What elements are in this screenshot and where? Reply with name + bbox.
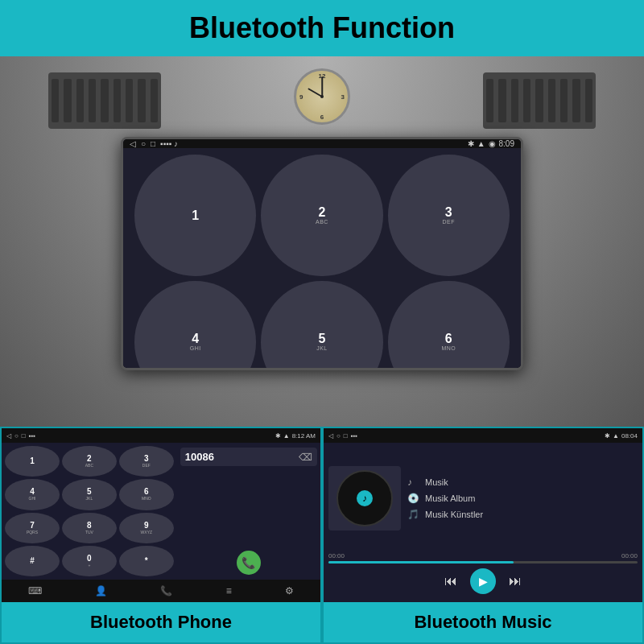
music-screen: ◁ ○ □ ▪▪▪ ✱ ▲ 08:04 ♪ xyxy=(324,428,642,602)
small-dial-key-2[interactable]: 2ABC xyxy=(62,446,117,477)
small-dial-key-*[interactable]: * xyxy=(119,546,174,576)
small-dialer-grid: 12ABC3DEF4GHI5JKL6MNO7PQRS8TUV9WXYZ#0+* xyxy=(5,446,174,576)
music-recents-icon[interactable]: □ xyxy=(344,432,348,440)
small-dial-key-8[interactable]: 8TUV xyxy=(62,513,117,543)
car-dashboard: 12 3 6 9 ◁ ○ □ ▪▪▪▪ ♪ ✱ ▲ ◉ xyxy=(0,56,644,427)
small-dial-key-1[interactable]: 1 xyxy=(5,446,60,477)
main-head-unit: ◁ ○ □ ▪▪▪▪ ♪ ✱ ▲ ◉ 8:09 12ABC3DEF4GHI5JK… xyxy=(121,137,523,370)
phone-bottom-nav: ⌨ 👤 📞 ≡ ⚙ xyxy=(2,580,320,602)
dial-key-3[interactable]: 3DEF xyxy=(388,155,510,276)
music-content: ♪ ♪ Musik 💿 Musik Album xyxy=(324,443,642,602)
status-icons: ▪▪▪▪ ♪ xyxy=(160,139,178,148)
small-dial-key-6[interactable]: 6MNO xyxy=(119,479,174,510)
phone-dialpad-icon[interactable]: ⌨ xyxy=(28,585,42,597)
music-time: 08:04 xyxy=(621,432,638,440)
music-controls: ⏮ ▶ ⏭ xyxy=(328,565,638,597)
phone-contacts-icon[interactable]: 👤 xyxy=(95,585,107,597)
dial-key-2[interactable]: 2ABC xyxy=(261,155,382,276)
main-dialer: 12ABC3DEF4GHI5JKL6MNO7PQRS8TUV9WXYZ#0+*📞 xyxy=(123,148,521,370)
time-total: 00:00 xyxy=(621,552,638,559)
dial-key-6[interactable]: 6MNO xyxy=(388,281,510,370)
left-air-vent xyxy=(48,72,161,129)
backspace-button[interactable]: ⌫ xyxy=(299,452,312,463)
phone-label-text: Bluetooth Phone xyxy=(90,612,232,633)
time-current: 00:00 xyxy=(328,552,345,559)
small-dial-key-5[interactable]: 5JKL xyxy=(62,479,117,510)
next-button[interactable]: ⏭ xyxy=(509,574,522,588)
phone-settings-icon[interactable]: ⚙ xyxy=(285,585,294,597)
page-title: Bluetooth Function xyxy=(189,11,455,45)
small-dial-key-0[interactable]: 0+ xyxy=(62,546,117,576)
vinyl-center: ♪ xyxy=(357,490,373,506)
track-name: Musik xyxy=(425,477,448,487)
music-label-text: Bluetooth Music xyxy=(414,612,551,633)
android-main-screen: ◁ ○ □ ▪▪▪▪ ♪ ✱ ▲ ◉ 8:09 12ABC3DEF4GHI5JK… xyxy=(123,139,521,368)
phone-panel-label: Bluetooth Phone xyxy=(2,602,320,642)
music-bluetooth-icon: ✱ xyxy=(605,432,610,440)
phone-recents-icon[interactable]: □ xyxy=(22,432,26,440)
album-name: Musik Album xyxy=(425,493,475,503)
dialer-display: 10086 ⌫ xyxy=(180,448,317,466)
note-icon: ♪ xyxy=(407,477,420,488)
phone-recents2-icon[interactable]: 📞 xyxy=(160,585,172,597)
small-dial-key-7[interactable]: 7PQRS xyxy=(5,513,60,543)
recents-nav-icon[interactable]: □ xyxy=(151,139,155,148)
play-button[interactable]: ▶ xyxy=(470,568,496,594)
dialed-number: 10086 xyxy=(185,451,214,463)
main-dialer-grid: 12ABC3DEF4GHI5JKL6MNO7PQRS8TUV9WXYZ#0+*📞 xyxy=(123,148,521,370)
clock-time: 8:09 xyxy=(499,139,514,148)
progress-bar-background[interactable] xyxy=(328,561,638,564)
music-back-icon[interactable]: ◁ xyxy=(328,432,333,440)
music-home-icon[interactable]: ○ xyxy=(336,432,341,440)
track-info: ♪ Musik 💿 Musik Album 🎵 Musik Künstler xyxy=(407,477,638,520)
bottom-panels: ◁ ○ □ ▪▪▪ ✱ ▲ 8:12 AM 12ABC3DEF4GHI5JKL6… xyxy=(0,427,644,644)
music-status-bar: ◁ ○ □ ▪▪▪ ✱ ▲ 08:04 xyxy=(324,428,642,443)
wifi-icon: ▲ xyxy=(477,139,485,148)
phone-bluetooth-icon: ✱ xyxy=(275,432,281,440)
small-dial-key-#[interactable]: # xyxy=(5,546,60,576)
album-art: ♪ xyxy=(328,466,401,530)
bluetooth-icon: ✱ xyxy=(468,139,474,148)
previous-button[interactable]: ⏮ xyxy=(444,574,457,588)
progress-bar-fill xyxy=(328,561,514,564)
small-dial-key-4[interactable]: 4GHI xyxy=(5,479,60,510)
phone-time: 8:12 AM xyxy=(292,432,316,440)
music-panel-label: Bluetooth Music xyxy=(324,602,642,642)
phone-favorites-icon[interactable]: ≡ xyxy=(226,585,232,597)
dial-key-1[interactable]: 1 xyxy=(134,155,256,276)
album-icon: 💿 xyxy=(407,493,420,504)
phone-status-bar: ◁ ○ □ ▪▪▪ ✱ ▲ 8:12 AM xyxy=(2,428,320,443)
bluetooth-phone-panel: ◁ ○ □ ▪▪▪ ✱ ▲ 8:12 AM 12ABC3DEF4GHI5JKL6… xyxy=(0,427,322,644)
music-wifi-icon: ▲ xyxy=(613,432,619,440)
small-call-button[interactable]: 📞 xyxy=(237,551,261,575)
phone-wifi-icon: ▲ xyxy=(283,432,290,440)
music-main: ♪ ♪ Musik 💿 Musik Album xyxy=(328,448,638,549)
home-nav-icon[interactable]: ○ xyxy=(141,139,146,148)
bluetooth-music-panel: ◁ ○ □ ▪▪▪ ✱ ▲ 08:04 ♪ xyxy=(322,427,644,644)
back-nav-icon[interactable]: ◁ xyxy=(130,139,136,148)
analog-clock: 12 3 6 9 xyxy=(294,68,350,125)
location-icon: ◉ xyxy=(489,139,496,148)
vinyl-record: ♪ xyxy=(336,470,393,526)
small-dialer-left: 12ABC3DEF4GHI5JKL6MNO7PQRS8TUV9WXYZ#0+* xyxy=(2,443,177,580)
artist-name: Musik Künstler xyxy=(425,510,483,519)
small-dialer-content: 12ABC3DEF4GHI5JKL6MNO7PQRS8TUV9WXYZ#0+* … xyxy=(2,443,320,580)
artist-icon: 🎵 xyxy=(407,509,420,520)
small-dial-key-9[interactable]: 9WXYZ xyxy=(119,513,174,543)
dial-key-4[interactable]: 4GHI xyxy=(134,281,256,370)
small-dialer-right: 10086 ⌫ 📞 xyxy=(177,443,320,580)
dial-key-5[interactable]: 5JKL xyxy=(261,281,382,370)
phone-home-icon[interactable]: ○ xyxy=(14,432,19,440)
header-section: Bluetooth Function xyxy=(0,0,644,56)
music-progress: 00:00 00:00 xyxy=(328,552,638,565)
phone-screen: ◁ ○ □ ▪▪▪ ✱ ▲ 8:12 AM 12ABC3DEF4GHI5JKL6… xyxy=(2,428,320,602)
right-air-vent xyxy=(483,72,596,129)
phone-back-icon[interactable]: ◁ xyxy=(6,432,11,440)
status-bar: ◁ ○ □ ▪▪▪▪ ♪ ✱ ▲ ◉ 8:09 xyxy=(123,139,521,148)
small-dial-key-3[interactable]: 3DEF xyxy=(119,446,174,477)
